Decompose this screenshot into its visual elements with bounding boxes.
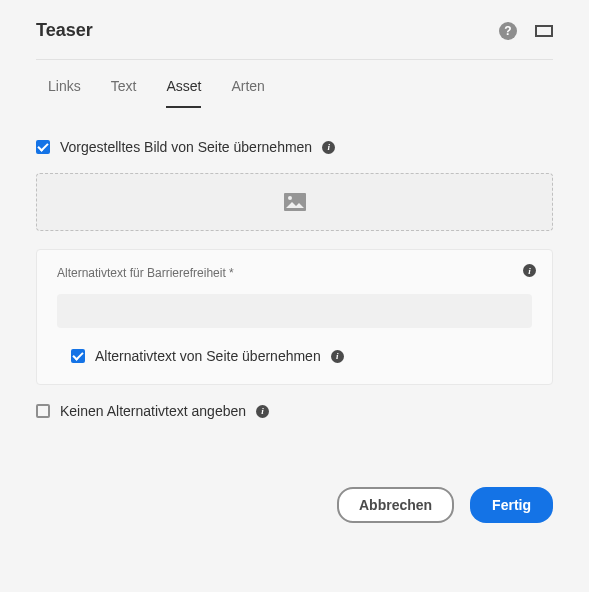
- dialog-footer: Abbrechen Fertig: [36, 447, 553, 533]
- inherit-alt-label: Alternativtext von Seite übernehmen: [95, 348, 321, 364]
- tab-asset[interactable]: Asset: [166, 78, 201, 108]
- alt-text-label: Alternativtext für Barrierefreiheit *: [57, 266, 532, 280]
- svg-rect-2: [551, 25, 553, 37]
- image-dropzone[interactable]: [36, 173, 553, 231]
- done-button[interactable]: Fertig: [470, 487, 553, 523]
- help-icon[interactable]: ?: [499, 22, 517, 40]
- no-alt-row: Keinen Alternativtext angeben i: [36, 403, 553, 419]
- inherit-alt-checkbox[interactable]: [71, 349, 85, 363]
- svg-rect-1: [535, 25, 537, 37]
- fullscreen-icon[interactable]: [535, 22, 553, 40]
- tab-text[interactable]: Text: [111, 78, 137, 108]
- inherit-image-checkbox[interactable]: [36, 140, 50, 154]
- tab-content: Vorgestelltes Bild von Seite übernehmen …: [36, 109, 553, 447]
- info-icon[interactable]: i: [331, 350, 344, 363]
- info-icon[interactable]: i: [523, 264, 536, 277]
- alt-text-panel: i Alternativtext für Barrierefreiheit * …: [36, 249, 553, 385]
- tab-arten[interactable]: Arten: [231, 78, 264, 108]
- svg-rect-0: [536, 26, 552, 36]
- svg-point-4: [288, 196, 292, 200]
- tabs: Links Text Asset Arten: [36, 60, 553, 109]
- inherit-alt-row: Alternativtext von Seite übernehmen i: [57, 348, 532, 364]
- svg-rect-3: [284, 193, 306, 211]
- info-icon[interactable]: i: [322, 141, 335, 154]
- no-alt-checkbox[interactable]: [36, 404, 50, 418]
- inherit-image-row: Vorgestelltes Bild von Seite übernehmen …: [36, 139, 553, 155]
- alt-text-input[interactable]: [57, 294, 532, 328]
- info-icon[interactable]: i: [256, 405, 269, 418]
- dialog-header: Teaser ?: [36, 20, 553, 60]
- image-icon: [284, 193, 306, 211]
- tab-links[interactable]: Links: [48, 78, 81, 108]
- dialog-title: Teaser: [36, 20, 93, 41]
- cancel-button[interactable]: Abbrechen: [337, 487, 454, 523]
- inherit-image-label: Vorgestelltes Bild von Seite übernehmen: [60, 139, 312, 155]
- no-alt-label: Keinen Alternativtext angeben: [60, 403, 246, 419]
